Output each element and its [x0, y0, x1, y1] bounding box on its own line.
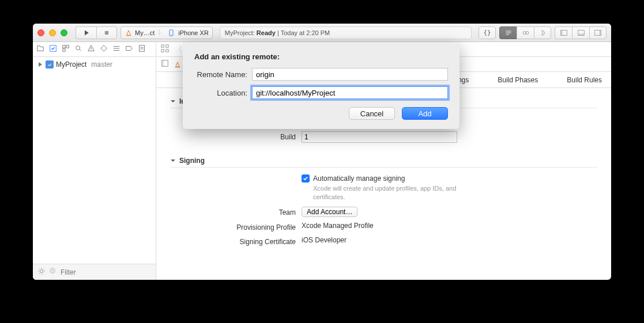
stop-button[interactable] [96, 26, 117, 39]
signing-certificate-label: Signing Certificate [170, 236, 302, 246]
version-editor-button[interactable] [534, 26, 551, 39]
filter-icon [49, 267, 57, 277]
disclosure-triangle-icon[interactable] [37, 62, 43, 67]
signing-certificate-value: iOS Developer [302, 236, 597, 244]
auto-manage-signing-checkbox[interactable] [302, 174, 310, 183]
provisioning-profile-value: Xcode Managed Profile [302, 222, 597, 230]
location-label: Location: [194, 89, 252, 97]
minimize-window-button[interactable] [49, 29, 56, 36]
device-icon [168, 29, 176, 37]
tab-build-phases[interactable]: Build Phases [498, 76, 538, 84]
remote-name-input[interactable] [252, 68, 448, 81]
device-name: iPhone XR [178, 29, 209, 36]
auto-manage-signing-label: Automatically manage signing [313, 174, 463, 183]
signing-section-header[interactable]: Signing [170, 157, 597, 168]
svg-point-2 [171, 35, 172, 35]
svg-rect-6 [560, 30, 562, 35]
chevron-down-icon [170, 98, 176, 104]
panel-toggle-group [555, 26, 607, 39]
svg-rect-14 [63, 49, 65, 51]
svg-rect-23 [166, 50, 168, 52]
navigator-content: MyProject master [33, 57, 156, 264]
svg-rect-16 [140, 45, 145, 52]
close-window-button[interactable] [37, 29, 44, 36]
scheme-selector[interactable]: My…ct 〉 iPhone XR [120, 26, 213, 39]
cancel-button[interactable]: Cancel [349, 107, 395, 120]
svg-rect-8 [578, 33, 584, 35]
svg-rect-12 [63, 45, 65, 48]
standard-editor-button[interactable] [499, 26, 517, 39]
team-label: Team [170, 207, 302, 216]
scheme-name: My…ct [135, 29, 155, 36]
window-controls [37, 29, 67, 36]
test-navigator-icon[interactable] [100, 44, 108, 54]
branch-name: master [91, 60, 112, 69]
issue-navigator-icon[interactable] [87, 44, 95, 54]
filter-input[interactable] [61, 268, 151, 276]
provisioning-profile-label: Provisioning Profile [170, 222, 302, 231]
gear-icon[interactable] [37, 267, 46, 277]
toggle-inspector-button[interactable] [589, 26, 607, 39]
report-navigator-icon[interactable] [138, 44, 146, 54]
add-remote-dialog: Add an existing remote: Remote Name: Loc… [183, 42, 460, 129]
navigator-footer [33, 264, 156, 280]
build-input[interactable] [302, 131, 457, 143]
svg-rect-25 [162, 60, 164, 67]
breakpoint-navigator-icon[interactable] [125, 44, 133, 54]
svg-rect-21 [166, 45, 168, 47]
activity-view: MyProject: Ready | Today at 2:20 PM [220, 26, 472, 39]
zoom-window-button[interactable] [61, 29, 67, 36]
document-outline-icon[interactable] [161, 59, 169, 69]
target-icon [174, 60, 182, 69]
source-control-navigator-icon[interactable] [49, 44, 57, 54]
toggle-navigator-button[interactable] [555, 26, 572, 39]
code-snippet-button[interactable]: {} [479, 26, 496, 39]
activity-project: MyProject: Ready | Today at 2:20 PM [225, 29, 330, 36]
debug-navigator-icon[interactable] [112, 44, 120, 54]
auto-manage-signing-help: Xcode will create and update profiles, a… [313, 184, 463, 202]
run-button[interactable] [76, 26, 96, 39]
dialog-title: Add an existing remote: [194, 52, 448, 61]
add-button[interactable]: Add [402, 107, 448, 120]
project-name: MyProject [56, 60, 86, 69]
build-label: Build [170, 131, 302, 141]
svg-rect-22 [161, 50, 164, 52]
signing-section-label: Signing [179, 157, 205, 165]
svg-point-18 [40, 269, 43, 272]
svg-rect-0 [105, 31, 108, 34]
svg-rect-10 [599, 30, 601, 35]
symbol-navigator-icon[interactable] [62, 44, 70, 54]
editor-mode-group [499, 26, 551, 39]
assistant-editor-button[interactable] [517, 26, 534, 39]
run-stop-group [76, 26, 117, 39]
app-icon [125, 29, 133, 37]
xcode-window: My…ct 〉 iPhone XR MyProject: Ready | Tod… [33, 24, 611, 280]
project-item[interactable]: MyProject master [33, 59, 156, 70]
signing-section: Signing Automatically manage signing [170, 157, 597, 246]
svg-rect-13 [66, 45, 69, 48]
related-items-icon[interactable] [161, 44, 169, 54]
svg-point-15 [76, 46, 80, 50]
location-input[interactable] [252, 86, 448, 99]
svg-rect-20 [161, 45, 164, 47]
add-account-button[interactable]: Add Account… [302, 207, 357, 217]
toolbar: My…ct 〉 iPhone XR MyProject: Ready | Tod… [33, 24, 611, 42]
toggle-debug-area-button[interactable] [572, 26, 589, 39]
project-icon [46, 60, 54, 69]
navigator-panel: MyProject master [33, 42, 156, 280]
navigator-selector-bar [33, 42, 156, 57]
project-navigator-icon[interactable] [36, 44, 44, 54]
chevron-down-icon [170, 158, 176, 164]
find-navigator-icon[interactable] [74, 44, 82, 54]
remote-name-label: Remote Name: [194, 70, 252, 79]
tab-build-rules[interactable]: Build Rules [567, 76, 602, 84]
